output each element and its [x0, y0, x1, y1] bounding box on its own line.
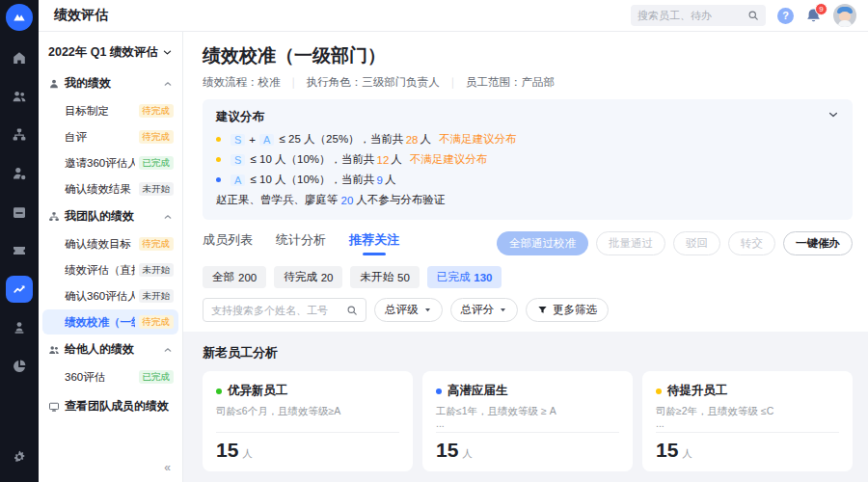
card-dot-icon: [656, 388, 662, 394]
meta-label: 绩效流程：: [203, 75, 258, 90]
card-criteria: 司龄≥2年，且绩效等级 ≤C...: [656, 405, 839, 430]
action-button-3[interactable]: 转交: [728, 231, 775, 255]
card-unit: 人: [462, 447, 473, 461]
chevron-down-icon[interactable]: [827, 109, 839, 120]
rail-bottom-list: [6, 443, 33, 470]
pill-count: 20: [321, 272, 334, 283]
action-buttons: 全部通过校准批量通过驳回转交一键催办: [497, 231, 853, 255]
performance-icon[interactable]: [6, 276, 33, 303]
settings-icon[interactable]: [6, 443, 33, 470]
card-unit: 人: [242, 447, 253, 461]
cycle-sidebar: 2022年 Q1 绩效评估 我的绩效目标制定待完成自评待完成邀请360评估人已完…: [39, 32, 183, 482]
page-title: 绩效校准（一级部门）: [203, 43, 853, 68]
sidebar-item[interactable]: 绩效校准（一级部门）待完成: [42, 309, 178, 335]
status-pill-3[interactable]: 已完成130: [427, 266, 502, 288]
team-icon[interactable]: [6, 83, 33, 110]
link-label: 查看团队成员的绩效: [65, 398, 169, 415]
user-avatar[interactable]: [833, 4, 856, 27]
sidebar-item[interactable]: 邀请360评估人已完成: [42, 150, 178, 175]
notification-bell[interactable]: 9: [805, 7, 822, 24]
action-button-1[interactable]: 批量通过: [596, 231, 665, 255]
app-logo[interactable]: [6, 4, 33, 31]
sidebar-item[interactable]: 自评待完成: [42, 124, 178, 149]
sidebar-section-0[interactable]: 我的绩效: [42, 69, 178, 97]
sidebar-section-2[interactable]: 给他人的绩效: [42, 335, 178, 363]
chevron-up-icon: [163, 345, 173, 355]
meta-line: 绩效流程：校准｜执行角色：三级部门负责人｜员工范围：产品部: [203, 75, 853, 90]
rule-unit: 人: [385, 173, 396, 187]
action-button-2[interactable]: 驳回: [673, 231, 720, 255]
view-team-members-link[interactable]: 查看团队成员的绩效: [42, 390, 178, 422]
home-icon[interactable]: [6, 44, 33, 71]
meta-value: 校准: [258, 75, 281, 90]
global-search[interactable]: [631, 5, 766, 26]
rule-condition: ≤ 25 人（25%），当前共: [276, 132, 403, 147]
sidebar-item[interactable]: 目标制定待完成: [42, 98, 178, 123]
member-search-input[interactable]: [211, 305, 346, 316]
app-title: 绩效评估: [54, 7, 108, 24]
tab-0[interactable]: 成员列表: [203, 231, 253, 255]
chevron-up-icon: [163, 79, 173, 89]
sidebar-section-1[interactable]: 我团队的绩效: [42, 202, 178, 230]
status-pill-0[interactable]: 全部200: [203, 266, 266, 288]
tab-list: 成员列表统计分析推荐关注: [203, 231, 422, 255]
current-count: 9: [377, 174, 383, 186]
schedule-icon[interactable]: [6, 199, 33, 226]
report-icon[interactable]: [6, 353, 33, 380]
pill-label: 待完成: [284, 270, 317, 284]
card-criteria: 司龄≤6个月，且绩效等级≥A: [216, 405, 399, 430]
org-icon[interactable]: [6, 121, 33, 148]
badge-icon[interactable]: [6, 237, 33, 264]
meta-separator: ｜: [288, 75, 299, 90]
approval-icon[interactable]: [6, 314, 33, 341]
pill-count: 130: [474, 272, 492, 283]
status-badge: 未开始: [139, 263, 175, 277]
sidebar-item-label: 目标制定: [65, 104, 135, 119]
suggested-distribution-panel: 建议分布 S+A ≤ 25 人（25%），当前共 28 人不满足建议分布S ≤ …: [203, 99, 853, 220]
filter-dropdown-1[interactable]: 总评分: [450, 298, 519, 322]
status-pill-1[interactable]: 待完成20: [274, 266, 342, 288]
grade-chip: A: [259, 134, 274, 146]
card-head: 高潜应届生: [436, 383, 619, 399]
global-search-input[interactable]: [637, 10, 747, 21]
talent-icon[interactable]: [6, 160, 33, 187]
suggestion-title: 建议分布: [216, 109, 839, 125]
topbar-right-cluster: ? 9: [631, 4, 856, 27]
card-dot-icon: [216, 388, 222, 394]
card-name: 待提升员工: [667, 383, 728, 399]
sidebar-item[interactable]: 确认绩效目标（直接...待完成: [42, 231, 178, 256]
status-pill-2[interactable]: 未开始50: [350, 266, 419, 288]
rule-condition: ≤ 10 人（10%），当前共: [247, 152, 374, 167]
sidebar-item[interactable]: 确认360评估人未开始: [42, 283, 178, 308]
analysis-new-old-title: 新老员工分析: [203, 344, 853, 362]
help-button[interactable]: ?: [777, 8, 794, 24]
action-button-0[interactable]: 全部通过校准: [497, 231, 588, 255]
sidebar-item[interactable]: 360评估已完成: [42, 364, 178, 389]
sidebar-item[interactable]: 绩效评估（直接下级）未开始: [42, 257, 178, 282]
status-filter-pills: 全部200待完成20未开始50已完成130: [203, 266, 853, 288]
pill-count: 50: [397, 272, 410, 283]
section-label: 给他人的绩效: [65, 341, 134, 358]
tab-2[interactable]: 推荐关注: [349, 231, 399, 255]
card-value-row: 15人: [656, 439, 839, 462]
cycle-selector[interactable]: 2022年 Q1 绩效评估: [42, 41, 178, 69]
filter-dropdown-0[interactable]: 总评级: [374, 298, 443, 322]
tab-1[interactable]: 统计分析: [276, 231, 326, 255]
monitor-icon: [48, 401, 60, 413]
status-badge: 待完成: [139, 315, 175, 329]
status-badge: 待完成: [139, 104, 175, 118]
distribution-rule: S ≤ 10 人（10%），当前共 12 人不满足建议分布: [216, 149, 839, 170]
analysis-card-list: 优异新员工司龄≤6个月，且绩效等级≥A15人高潜应届生工龄≤1年，且绩效等级 ≥…: [203, 371, 853, 471]
more-filters-button[interactable]: 更多筛选: [526, 298, 609, 322]
grade-chip: A: [231, 174, 245, 186]
dropdown-list: 总评级总评分: [374, 298, 518, 322]
filter-funnel-icon: [537, 305, 548, 315]
sidebar-collapse-button[interactable]: «: [156, 459, 178, 476]
notification-badge: 9: [815, 3, 827, 15]
action-button-4[interactable]: 一键催办: [783, 231, 853, 255]
member-search[interactable]: [203, 298, 366, 322]
card-head: 优异新员工: [216, 383, 399, 399]
not-satisfied-warning: 不满足建议分布: [410, 152, 488, 167]
card-name: 高潜应届生: [448, 383, 508, 399]
sidebar-item[interactable]: 确认绩效结果未开始: [42, 176, 178, 201]
